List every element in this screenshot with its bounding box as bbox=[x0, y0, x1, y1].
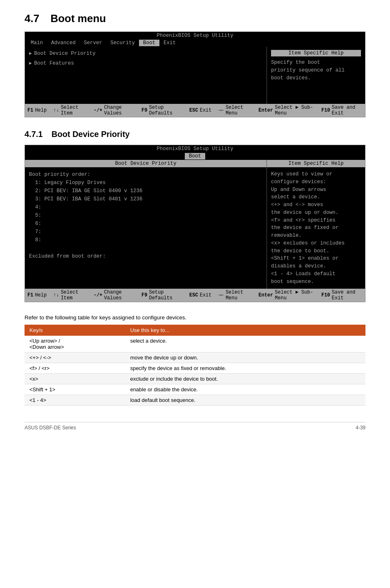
bios-menubar-1: Main Advanced Server Security Boot Exit bbox=[25, 39, 365, 47]
footer-f1: F1 Help bbox=[27, 105, 47, 116]
footer-enter: Enter Select ► Sub-Menu bbox=[258, 105, 315, 116]
footer2-esc: ESC Exit bbox=[189, 290, 211, 301]
footer2-enter: Enter Select ► Sub-Menu bbox=[258, 290, 315, 301]
table-row: <Up arrow> /<Down arrow> select a device… bbox=[25, 336, 365, 352]
key-cell: <f> / <r> bbox=[25, 363, 125, 374]
bios-header-2: PhoenixBIOS Setup Utility bbox=[25, 145, 365, 153]
arrow-icon-2: ► bbox=[29, 61, 32, 66]
footer-esc: ESC Exit bbox=[189, 105, 211, 116]
footer2-f9: F9 Setup Defaults bbox=[141, 290, 183, 301]
bios-body-1: ► Boot Device Priority ► Boot Features I… bbox=[25, 47, 365, 104]
subsection-title: 4.7.1 Boot Device Priority bbox=[25, 130, 365, 139]
menu-boot[interactable]: Boot bbox=[139, 40, 159, 46]
keys-table: Key/s Use this key to... <Up arrow> /<Do… bbox=[25, 325, 365, 406]
key-cell: <Up arrow> /<Down arrow> bbox=[25, 336, 125, 352]
intro-text: Refer to the following table for keys as… bbox=[25, 314, 365, 321]
footer-left: ASUS DSBF-DE Series bbox=[25, 425, 76, 431]
footer-f9: F9 Setup Defaults bbox=[141, 105, 183, 116]
footer2-plusminus: -/+ Change Values bbox=[94, 290, 135, 301]
footer-arrows: →← Select Menu bbox=[218, 105, 252, 116]
bios-left-panel-2: Boot priority order: 1: Legacy Floppy Dr… bbox=[25, 167, 267, 289]
footer2-f10: F10 Save and Exit bbox=[321, 290, 363, 301]
bios-footer-1: F1 Help ↑↓ Select Item -/+ Change Values… bbox=[25, 104, 365, 117]
key-cell: <1 - 4> bbox=[25, 395, 125, 406]
bios-section-right-header: Item Specific Help bbox=[267, 160, 365, 167]
key-cell: <+> / <-> bbox=[25, 352, 125, 363]
footer-right: 4-39 bbox=[356, 425, 365, 431]
bios-right-panel-2: Keys used to view or configure devices: … bbox=[267, 167, 365, 289]
col-header-use: Use this key to... bbox=[125, 325, 365, 336]
bios-item-boot-device-priority[interactable]: ► Boot Device Priority bbox=[29, 50, 262, 57]
menu-security[interactable]: Security bbox=[106, 40, 139, 46]
table-row: <f> / <r> specify the device as fixed or… bbox=[25, 363, 365, 374]
use-cell: specify the device as fixed or removable… bbox=[125, 363, 365, 374]
footer-updown: ↑↓ Select Item bbox=[53, 105, 87, 116]
bios-section-header-2: Boot Device Priority Item Specific Help bbox=[25, 160, 365, 167]
table-row: <1 - 4> load default boot sequence. bbox=[25, 395, 365, 406]
footer2-updown: ↑↓ Select Item bbox=[53, 290, 87, 301]
bios-left-panel-1: ► Boot Device Priority ► Boot Features bbox=[25, 47, 267, 104]
boot-tab-active[interactable]: Boot bbox=[185, 153, 205, 159]
use-cell: enable or disable the device. bbox=[125, 384, 365, 395]
key-cell: <Shift + 1> bbox=[25, 384, 125, 395]
menu-advanced[interactable]: Advanced bbox=[47, 40, 80, 46]
bios-screen-1: PhoenixBIOS Setup Utility Main Advanced … bbox=[25, 31, 365, 117]
footer-plusminus: -/+ Change Values bbox=[94, 105, 135, 116]
footer-f10: F10 Save and Exit bbox=[321, 105, 363, 116]
section-title: 4.7 Boot menu bbox=[25, 12, 365, 25]
menu-exit[interactable]: Exit bbox=[159, 40, 180, 46]
use-cell: move the device up or down. bbox=[125, 352, 365, 363]
table-row: <x> exclude or include the device to boo… bbox=[25, 374, 365, 384]
bios-body-2: Boot priority order: 1: Legacy Floppy Dr… bbox=[25, 167, 365, 289]
bios-footer-2: F1 Help ↑↓ Select Item -/+ Change Values… bbox=[25, 289, 365, 302]
menu-server[interactable]: Server bbox=[80, 40, 106, 46]
bios-item-boot-features[interactable]: ► Boot Features bbox=[29, 60, 262, 67]
use-cell: exclude or include the device to boot. bbox=[125, 374, 365, 384]
help-title-1: Item Specific Help bbox=[271, 50, 361, 56]
bios-section-left-header: Boot Device Priority bbox=[25, 160, 267, 167]
boot-tab-bar: Boot bbox=[25, 153, 365, 160]
table-row: <Shift + 1> enable or disable the device… bbox=[25, 384, 365, 395]
use-cell: select a device. bbox=[125, 336, 365, 352]
col-header-keys: Key/s bbox=[25, 325, 125, 336]
key-cell: <x> bbox=[25, 374, 125, 384]
footer2-f1: F1 Help bbox=[27, 290, 47, 301]
table-row: <+> / <-> move the device up or down. bbox=[25, 352, 365, 363]
arrow-icon-1: ► bbox=[29, 51, 32, 56]
use-cell: load default boot sequence. bbox=[125, 395, 365, 406]
menu-main[interactable]: Main bbox=[27, 40, 47, 46]
footer2-arrows: →← Select Menu bbox=[218, 290, 252, 301]
help-text-1: Specify the bootpriority sequence of all… bbox=[271, 59, 361, 82]
bios-screen-2: PhoenixBIOS Setup Utility Boot Boot Devi… bbox=[25, 145, 365, 302]
bios-right-panel-1: Item Specific Help Specify the bootprior… bbox=[267, 47, 365, 104]
page-footer: ASUS DSBF-DE Series 4-39 bbox=[25, 422, 365, 431]
bios-header-1: PhoenixBIOS Setup Utility bbox=[25, 32, 365, 39]
